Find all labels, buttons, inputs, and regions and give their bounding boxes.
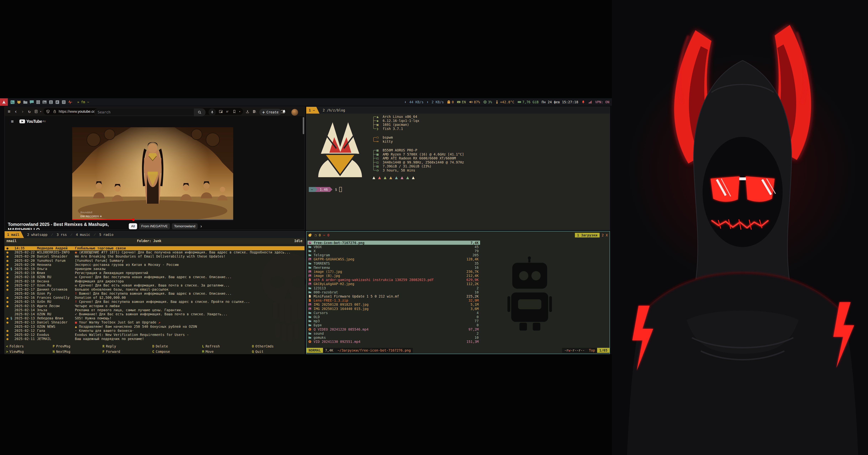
mail-row[interactable]: ●2025-02-20YunoHost Forum[YunoHost Forum…: [5, 259, 305, 263]
mail-row[interactable]: ●2025-02-18OZON_RU✉ Срочно! Для Вас пост…: [5, 275, 305, 279]
keyboard-layout-module[interactable]: EN: [457, 100, 466, 104]
urlbar-caret-icon[interactable]: ▾: [238, 109, 241, 114]
file-row[interactable]: Telegram205: [308, 253, 480, 257]
voice-search-button[interactable]: [209, 108, 216, 116]
shield-icon[interactable]: [45, 109, 51, 114]
temperature-module[interactable]: +42.8°C: [495, 100, 514, 104]
file-row[interactable]: Cursors4: [308, 311, 480, 315]
file-row[interactable]: free-icon-bot-7167276.png7,4K: [308, 241, 480, 245]
mail-row[interactable]: ●2025-02-17Даниил СотниковБольшое обновл…: [5, 287, 305, 291]
mail-row[interactable]: ●2025-02-12ExodusExodus Wallet: New Veri…: [5, 333, 305, 337]
file-row[interactable]: X79: [308, 249, 480, 253]
workspace-download-icon[interactable]: [48, 99, 54, 105]
yazi-tab[interactable]: 1 Загрузки: [575, 233, 599, 237]
reload-icon[interactable]: ↻: [26, 108, 33, 115]
mail-row[interactable]: ●§2025-02-13Лебедева ЮлияSOS! Нужна помо…: [5, 316, 305, 320]
mail-tab[interactable]: 4 music: [73, 231, 93, 238]
workspace-pulse-icon[interactable]: [67, 99, 73, 105]
mail-row[interactable]: ●2025-02-20Daniel ShnaiderWe Are Breakin…: [5, 254, 305, 258]
mail-row[interactable]: ●2025-02-22WILDBERRIES-INFO◉ (ИЗВЕЩЕНИЕ …: [5, 250, 305, 254]
net-upload-module[interactable]: ⬆2 KB/s: [427, 100, 444, 104]
forward-icon[interactable]: ›: [19, 108, 26, 115]
signal-module[interactable]: [588, 100, 592, 104]
terminal-tab[interactable]: 1 ~: [306, 107, 319, 113]
file-row[interactable]: MiniFuse1_Firmware_Update_1_5_0_212_win.…: [308, 294, 480, 298]
file-row[interactable]: Пингвины16: [308, 265, 480, 269]
file-row[interactable]: GkC0yLaXgAAP-H2.jpeg112,2K: [308, 282, 480, 286]
file-row[interactable]: Q_VIDEO_20241220_085546.mp497,2M: [308, 327, 480, 331]
workspace-chat-icon[interactable]: [29, 99, 34, 105]
mail-row[interactable]: ●2025-02-15Идите ЛесомЧетыре истории о л…: [5, 304, 305, 308]
workspace-terminal-icon[interactable]: [10, 99, 15, 105]
mail-row[interactable]: 2025-02-14OZON_RU✓ Внимание! Для Вас ест…: [5, 312, 305, 316]
reader-mode-icon[interactable]: [33, 108, 39, 115]
mail-row[interactable]: 2025-02-16Ozon_Py! Важно! Для Вас поступ…: [5, 291, 305, 296]
library-icon[interactable]: [252, 109, 257, 114]
file-row[interactable]: Lens-FREE-1.3.zip32,9M: [308, 298, 480, 302]
workspace-cat-icon[interactable]: [16, 99, 22, 105]
file-row[interactable]: 000-razobrat10: [308, 290, 480, 294]
file-row[interactable]: sound2: [308, 331, 480, 335]
file-row[interactable]: TORRENTS35: [308, 261, 480, 265]
workspace-folder-icon[interactable]: [23, 99, 28, 105]
keybinding-viewmsg[interactable]: >ViewMsg: [6, 350, 24, 354]
mail-row[interactable]: ●14:35Медведев АндрейГлобальные торговые…: [5, 246, 305, 250]
workspace-windows-icon[interactable]: [35, 99, 41, 105]
keybinding-refresh[interactable]: LRefresh: [202, 344, 220, 348]
clock-module[interactable]: Пн 24 фев 15:27:18: [541, 100, 578, 104]
back-icon[interactable]: ‹: [12, 108, 19, 115]
vpn-module[interactable]: VPN: ON: [595, 100, 609, 104]
mail-row[interactable]: ●2025-02-11JETMAILВаш надежный подрядчик…: [5, 337, 305, 341]
youtube-menu-icon[interactable]: ≡: [9, 118, 16, 125]
mail-tab[interactable]: 5 radio: [96, 231, 117, 238]
keybinding-quit[interactable]: QQuit: [252, 350, 264, 354]
search-input[interactable]: Search: [94, 108, 197, 116]
youtube-logo[interactable]: YouTube RU: [19, 119, 46, 124]
keybinding-folders[interactable]: <Folders: [6, 344, 24, 348]
mail-tab[interactable]: 1 mail: [5, 231, 24, 238]
chips-more-icon[interactable]: ›: [200, 224, 202, 229]
filter-chip[interactable]: All: [129, 223, 137, 229]
keybinding-othercmds[interactable]: OOtherCmds: [252, 344, 274, 348]
file-row[interactable]: IMG_20250123_164440_015.jpg3,6M: [308, 306, 480, 311]
notification-module[interactable]: [581, 100, 585, 104]
mail-tab[interactable]: 3 rss: [53, 231, 70, 238]
translate-icon[interactable]: Ax: [225, 109, 230, 114]
mail-row[interactable]: ●2025-02-20НеонилаЭкспресс-доставка груз…: [5, 263, 305, 267]
mail-row[interactable]: ●§2025-02-19Ольгаприведем заказы: [5, 267, 305, 271]
mail-row[interactable]: ●2025-02-12Гала· Клиенты для вашего бизн…: [5, 329, 305, 333]
file-row[interactable]: OLD0: [308, 315, 480, 319]
file-row[interactable]: GkFPR-GXUAACWSS.jpeg128,4K: [308, 257, 480, 261]
filter-chip[interactable]: Tomorrowland: [172, 223, 197, 229]
video-progress-bar[interactable]: [72, 219, 233, 220]
mail-row[interactable]: ●2025-02-13Daniel Shnaider▣ Your Warmy T…: [5, 320, 305, 324]
file-row[interactable]: VID_20241130_092551.mp4151,3M: [308, 340, 480, 344]
mail-row[interactable]: 2025-02-14ЭльзаРеклама от первого лица, …: [5, 308, 305, 312]
keybinding-reply[interactable]: RReply: [102, 344, 116, 348]
keybinding-move[interactable]: MMove: [202, 350, 214, 354]
ghost-module[interactable]: 0: [447, 100, 454, 104]
mail-row[interactable]: 2025-02-13OZON_NEWS▲ Поздравляем! Вам на…: [5, 325, 305, 329]
arch-launcher-button[interactable]: [0, 98, 8, 106]
file-row[interactable]: image (8).jpg212,4K: [308, 274, 480, 278]
search-button[interactable]: [194, 108, 206, 116]
keybinding-delete[interactable]: DDelete: [152, 344, 168, 348]
yazi-tab[interactable]: 2 X: [602, 233, 608, 237]
mail-row[interactable]: ●2025-02-19ЮлияРегистрация и Ликвидация …: [5, 271, 305, 275]
file-row[interactable]: Poth_A_ardor-gaming-wakizashi_instrukcia…: [308, 278, 480, 282]
keybinding-compose[interactable]: CCompose: [152, 350, 170, 354]
file-row[interactable]: IMG_20250128_091825_007.jpg5,1M: [308, 302, 480, 306]
mail-row[interactable]: ●2025-02-17Ozon.Ru✉ Срочно! Для Вас есть…: [5, 283, 305, 287]
workspace-hash-icon[interactable]: #: [55, 99, 60, 105]
volume-module[interactable]: 87%: [469, 100, 480, 104]
browser-scrollbar[interactable]: [303, 117, 304, 134]
mail-row[interactable]: ●2025-02-18ОксанаИнформация для директор…: [5, 279, 305, 283]
video-player[interactable]: Bounddoll DW RECORDS ★: [72, 127, 233, 220]
file-row[interactable]: 1231132: [308, 286, 480, 290]
downloads-icon[interactable]: [245, 109, 250, 114]
youtube-bell-icon[interactable]: [282, 109, 286, 115]
lock-icon[interactable]: [52, 109, 57, 114]
menu-icon[interactable]: ≡: [6, 108, 12, 115]
mail-tab[interactable]: 2 whatsapp: [24, 231, 51, 238]
file-row[interactable]: VBOX45: [308, 245, 480, 249]
